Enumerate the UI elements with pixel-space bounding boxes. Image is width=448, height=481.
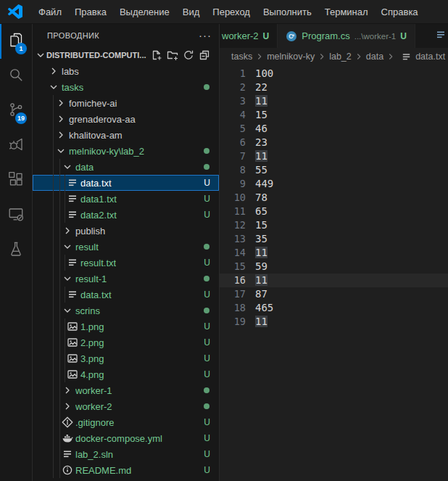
tree-item-result.txt[interactable]: result.txtU [33, 255, 219, 271]
activity-item-search[interactable] [0, 59, 32, 94]
breadcrumb-item-tasks[interactable]: tasks [231, 52, 252, 62]
tree-item-tasks[interactable]: tasks [33, 79, 219, 95]
tree-item-scrins[interactable]: scrins [33, 303, 219, 318]
tree-item-1.png[interactable]: 1.pngU [33, 318, 219, 334]
tree-item-docker-compose.yml[interactable]: docker-compose.ymlU [33, 430, 219, 446]
code-line-4[interactable]: 415 [220, 108, 448, 122]
partial-tab[interactable] [428, 24, 448, 48]
code-line-7[interactable]: 711 [220, 149, 448, 163]
editor-content[interactable]: 1100222311415546623711855944910781165121… [220, 65, 448, 481]
indent-guide [53, 127, 54, 143]
code-line-1[interactable]: 1100 [220, 67, 448, 81]
breadcrumb-item-lab_2[interactable]: lab_2 [329, 52, 352, 62]
activity-item-remote-explorer[interactable] [0, 198, 32, 233]
tab-program.cs[interactable]: C#Program.cs...\worker-1U [278, 24, 415, 48]
tree-item-result[interactable]: result [33, 239, 219, 255]
tree-item-melnikov-ky-lab-2[interactable]: melnikov-ky\lab_2 [33, 143, 219, 159]
line-text: 465 [246, 301, 448, 315]
tree-item-label: 2.png [80, 337, 104, 348]
tree-item-label: fomichev-ai [69, 98, 117, 109]
code-line-6[interactable]: 623 [220, 136, 448, 149]
tree-item-data.txt[interactable]: data.txtU [33, 175, 219, 191]
modified-dot-badge [204, 84, 210, 90]
tree-item-data2.txt[interactable]: data2.txtU [33, 207, 219, 223]
indent-guide [59, 382, 60, 398]
new-folder-icon[interactable] [167, 49, 178, 61]
activity-item-testing[interactable] [0, 233, 32, 268]
code-line-15[interactable]: 1559 [220, 260, 448, 274]
tree-item-data.txt[interactable]: data.txtU [33, 287, 219, 303]
menu-item-run[interactable]: Выполнить [257, 0, 318, 24]
more-actions-icon[interactable]: ··· [199, 32, 212, 39]
menu-item-file[interactable]: Файл [32, 0, 68, 24]
menu-item-edit[interactable]: Правка [68, 0, 113, 24]
vscode-logo [8, 4, 22, 19]
line-number: 17 [220, 287, 246, 301]
code-line-17[interactable]: 1787 [220, 287, 448, 301]
code-line-11[interactable]: 1165 [220, 205, 448, 218]
line-text: 11 [246, 274, 448, 287]
refresh-icon[interactable] [183, 49, 194, 61]
file-text-icon [67, 257, 78, 268]
tree-item-3.png[interactable]: 3.pngU [33, 350, 219, 366]
tree-item-data1.txt[interactable]: data1.txtU [33, 191, 219, 207]
tree-item-publish[interactable]: publish [33, 223, 219, 239]
tree-item-result-1[interactable]: result-1 [33, 271, 219, 287]
indent-guide [53, 462, 54, 478]
tree-item-worker-1[interactable]: worker-1 [33, 382, 219, 398]
menu-item-selection[interactable]: Выделение [113, 0, 176, 24]
code-line-9[interactable]: 9449 [220, 177, 448, 191]
new-file-icon[interactable] [151, 49, 162, 61]
line-number: 12 [220, 218, 246, 232]
tree-item-data[interactable]: data [33, 159, 219, 175]
tree-item-worker-2[interactable]: worker-2 [33, 398, 219, 414]
tree-item-2.png[interactable]: 2.pngU [33, 334, 219, 350]
explorer-sidebar: ПРОВОДНИК ··· DISTRIBUTED-COMPUTI... lab… [33, 24, 220, 481]
code-line-16[interactable]: 1611 [220, 274, 448, 287]
code-line-2[interactable]: 222 [220, 81, 448, 94]
breadcrumb-item-melnikov-ky[interactable]: melnikov-ky [267, 52, 315, 62]
code-line-18[interactable]: 18465 [220, 301, 448, 315]
tab-worker-2[interactable]: worker-2U [220, 24, 278, 48]
line-text: 15 [246, 108, 448, 122]
tree-item-4.png[interactable]: 4.pngU [33, 366, 219, 382]
menu-item-go[interactable]: Переход [206, 0, 257, 24]
breadcrumb-item-data[interactable]: data [366, 52, 383, 62]
menu-item-help[interactable]: Справка [375, 0, 425, 24]
tab-description: ...\worker-1 [354, 32, 397, 41]
modified-dot-badge [204, 276, 210, 281]
indent-guide [65, 334, 65, 350]
code-line-14[interactable]: 1411 [220, 246, 448, 260]
code-line-12[interactable]: 1215 [220, 218, 448, 232]
tree-item-grenaderova-aa[interactable]: grenaderova-aa [33, 111, 219, 127]
indent-guide [53, 159, 54, 175]
breadcrumb-file[interactable]: data.txt [415, 52, 445, 62]
tree-item-label: data.txt [80, 178, 112, 189]
tab-label: worker-2 [222, 30, 259, 41]
code-line-3[interactable]: 311 [220, 94, 448, 108]
activity-item-run-debug[interactable] [0, 128, 32, 163]
activity-item-explorer[interactable]: 1 [0, 24, 32, 59]
activity-item-source-control[interactable]: 19 [0, 94, 32, 128]
tree-item-.gitignore[interactable]: .gitignoreU [33, 414, 219, 430]
code-line-8[interactable]: 855 [220, 163, 448, 177]
workspace-section-header[interactable]: DISTRIBUTED-COMPUTI... [33, 47, 219, 63]
tree-item-fomichev-ai[interactable]: fomichev-ai [33, 95, 219, 111]
line-number: 15 [220, 260, 246, 274]
tree-item-readme.md[interactable]: README.mdU [33, 462, 219, 478]
code-line-19[interactable]: 1911 [220, 315, 448, 329]
collapse-all-icon[interactable] [199, 49, 210, 61]
indent-guide [59, 303, 60, 318]
menu-item-view[interactable]: Вид [176, 0, 207, 24]
code-line-10[interactable]: 1078 [220, 191, 448, 205]
code-line-13[interactable]: 1335 [220, 232, 448, 246]
line-number: 5 [220, 122, 246, 136]
tree-item-label: khalitova-am [69, 130, 123, 141]
menu-item-terminal[interactable]: Терминал [318, 0, 375, 24]
tree-item-lab-2.sln[interactable]: lab_2.slnU [33, 446, 219, 462]
tree-item-khalitova-am[interactable]: khalitova-am [33, 127, 219, 143]
indent-guide [65, 318, 65, 334]
tree-item-labs[interactable]: labs [33, 63, 219, 79]
activity-item-extensions[interactable] [0, 163, 32, 198]
code-line-5[interactable]: 546 [220, 122, 448, 136]
